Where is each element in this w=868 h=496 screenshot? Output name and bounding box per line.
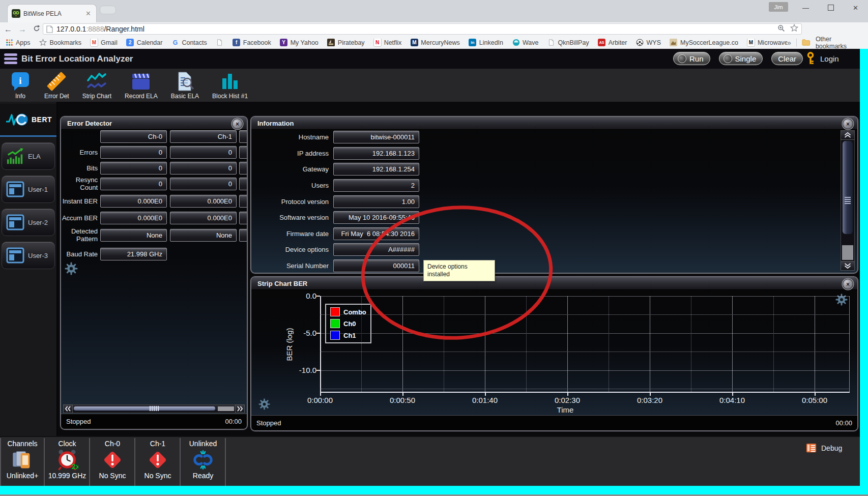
error-detector-settings-gear-icon[interactable]	[65, 262, 78, 275]
sidebar-item-bert[interactable]: BERT	[0, 104, 56, 137]
gridline-vertical	[320, 296, 321, 393]
zigzag-chart-icon	[86, 71, 107, 92]
bottom-cell-status: Ready	[193, 472, 213, 480]
bookmark-qknbillpay[interactable]: QknBillPay	[547, 39, 589, 47]
bookmark-label: LinkedIn	[479, 39, 503, 46]
address-bar[interactable]: 127.0.0.1:8888/Ranger.html	[43, 23, 802, 35]
ed-value-cell: None	[170, 229, 237, 242]
refresh-button[interactable]	[31, 24, 43, 35]
tab-title: BitWise PELA	[23, 10, 84, 17]
back-button[interactable]: ←	[2, 25, 14, 34]
bookmark-gmail[interactable]: MGmail	[90, 39, 118, 47]
information-close-icon[interactable]: ×	[843, 119, 853, 129]
bookmark-page[interactable]	[216, 39, 224, 47]
error-detector-hscrollbar[interactable]	[63, 404, 245, 413]
bookmark-wave[interactable]: Wave	[512, 39, 539, 47]
toolbar-item-basic-ela[interactable]: Basic ELA	[164, 69, 206, 100]
bookmark-arbiter[interactable]: ASArbiter	[598, 39, 627, 47]
other-bookmarks-button[interactable]: Other bookmarks	[816, 36, 863, 50]
msl-icon	[670, 39, 678, 47]
bookmark-netflix[interactable]: NNetflix	[373, 39, 402, 47]
bottom-cell-status: No Sync	[144, 472, 171, 480]
browser-tab[interactable]: BitWise PELA ✕	[7, 4, 97, 22]
ed-value-cell: 0	[170, 178, 237, 190]
x-axis-line	[320, 392, 850, 393]
app-menu-icon[interactable]	[4, 52, 17, 65]
bookmark-my-yahoo[interactable]: YMy Yahoo	[280, 39, 319, 47]
window-maximize-button[interactable]	[818, 0, 843, 15]
sidebar-item-ela[interactable]: ELA	[2, 142, 55, 170]
debug-button[interactable]: Debug	[805, 442, 842, 454]
chart-plot-area	[320, 296, 850, 393]
bookmark-linkedin[interactable]: inLinkedIn	[469, 39, 503, 47]
window-minimize-button[interactable]: —	[793, 0, 818, 15]
bottom-cell-ch-0[interactable]: Ch-0No Sync	[91, 438, 135, 486]
toolbar-item-block-hist-1[interactable]: Block Hist #1	[206, 69, 254, 100]
bookmark-star-icon[interactable]	[790, 24, 798, 34]
bottom-cell-status: 10.999 GHz	[48, 472, 86, 480]
ed-value-cell-stub	[239, 212, 248, 224]
gridline-vertical	[650, 296, 650, 393]
bookmark-mysoccerleague-co[interactable]: MySoccerLeague.co	[670, 39, 738, 47]
x-axis-label: Time	[547, 405, 583, 414]
login-button[interactable]: Login	[805, 51, 839, 66]
apps-grid-icon	[5, 39, 13, 47]
info-value-device-options: A######	[333, 243, 419, 256]
single-button[interactable]: Single	[719, 52, 763, 65]
x-tick-label: 0:02:30	[547, 396, 588, 404]
ed-value-cell-stub	[239, 162, 248, 174]
chart-legend[interactable]: ComboCh0Ch1	[325, 304, 371, 343]
bookmark-microwaves101[interactable]: MMicrowaves101	[747, 39, 787, 47]
ed-row-label: Accum BER	[61, 209, 98, 226]
info-value-software-version: May 10 2016-09:55:46	[333, 211, 419, 224]
user-panel-icon	[6, 181, 24, 197]
ed-row-label: Baud Rate	[61, 245, 98, 262]
toolbar-item-record-ela[interactable]: Record ELA	[118, 69, 164, 100]
bookmark-wys[interactable]: WYS	[636, 39, 661, 47]
bookmark-apps[interactable]: Apps	[5, 39, 31, 47]
toolbar-item-error-det[interactable]: Error Det	[38, 69, 76, 100]
bookmark-piratebay[interactable]: Piratebay	[327, 39, 365, 47]
zoom-page-icon[interactable]	[777, 24, 785, 34]
bookmark-facebook[interactable]: fFacebook	[233, 39, 271, 47]
bottom-cell-clock[interactable]: Clock2x10.999 GHz	[45, 438, 90, 486]
url-text: 127.0.0.1:8888/Ranger.html	[56, 25, 144, 33]
toolbar-item-label: Error Det	[44, 93, 69, 100]
bottom-cell-ch-1[interactable]: Ch-1No Sync	[136, 438, 181, 486]
bottom-cell-channels[interactable]: ChannelsUnlinked+	[0, 438, 45, 486]
new-tab-button[interactable]	[100, 6, 116, 14]
toolbar-item-info[interactable]: iInfo	[3, 69, 38, 100]
bookmark-calendar[interactable]: 2Calendar	[126, 39, 163, 47]
doc-icon	[547, 39, 556, 47]
ed-value-cell-stub	[239, 178, 248, 190]
ed-value-cell: 0	[100, 146, 167, 159]
x-tick-label: 0:00:00	[300, 396, 340, 404]
bitwise-owl-favicon	[12, 9, 20, 18]
forward-button[interactable]: →	[16, 25, 28, 34]
app-toolbar: iInfoError DetStrip ChartRecord ELABasic…	[0, 69, 860, 102]
bottom-cell-unlinked[interactable]: UnlinkedReady	[181, 438, 226, 486]
bookmark-bookmarks[interactable]: Bookmarks	[39, 39, 82, 47]
window-close-button[interactable]: ✕	[843, 0, 868, 15]
gridline-minor-vertical	[444, 296, 444, 393]
strip-chart-close-icon[interactable]: ×	[843, 279, 853, 289]
browser-profile-badge[interactable]: Jim	[769, 2, 788, 12]
bookmarks-overflow-chevron[interactable]: »	[787, 39, 791, 47]
run-button[interactable]: Run	[673, 52, 710, 65]
sidebar-item-user-2[interactable]: User-2	[2, 209, 55, 236]
error-detector-close-icon[interactable]: ×	[232, 119, 243, 129]
information-vscrollbar[interactable]	[841, 130, 855, 271]
svg-text:i: i	[19, 75, 21, 86]
strip-chart-bottom-gear-icon[interactable]	[258, 398, 270, 410]
bookmark-label: My Yahoo	[291, 39, 319, 46]
folder-icon	[802, 39, 811, 46]
toolbar-item-strip-chart[interactable]: Strip Chart	[76, 69, 118, 100]
sidebar-item-user-1[interactable]: User-1	[2, 176, 55, 203]
clear-button[interactable]: Clear	[771, 52, 803, 65]
tab-close-icon[interactable]: ✕	[84, 10, 92, 17]
bookmark-contacts[interactable]: GContacts	[171, 39, 207, 47]
bookmark-mercurynews[interactable]: MMercuryNews	[410, 39, 459, 47]
gridline-minor-vertical	[609, 296, 609, 393]
sidebar-item-user-3[interactable]: User-3	[2, 242, 55, 269]
legend-item-combo: Combo	[330, 307, 366, 316]
